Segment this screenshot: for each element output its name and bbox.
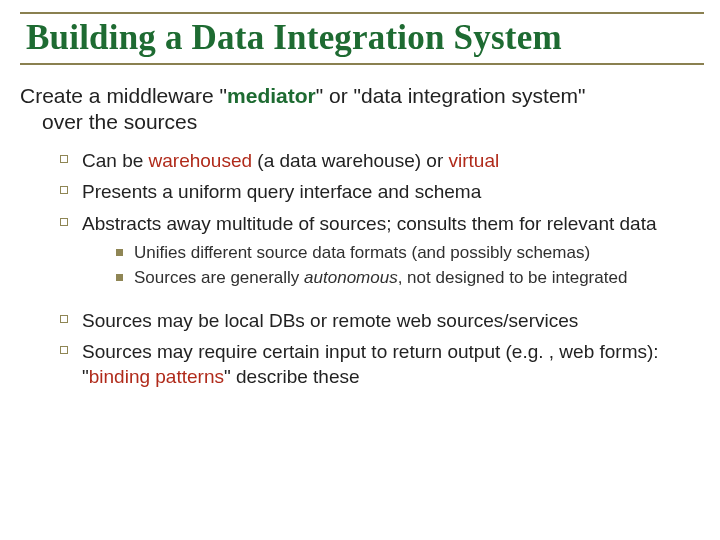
b1-warehoused: warehoused <box>149 150 253 171</box>
intro-line-2: over the sources <box>20 109 704 135</box>
b5-part-2: " describe these <box>224 366 360 387</box>
intro-text: Create a middleware "mediator" or "data … <box>20 83 704 134</box>
title-container: Building a Data Integration System <box>20 12 704 65</box>
slide: { "title": "Building a Data Integration … <box>0 0 720 540</box>
list-item: Sources are generally autonomous, not de… <box>116 267 704 289</box>
b1-part-1: Can be <box>82 150 149 171</box>
b1-virtual: virtual <box>449 150 500 171</box>
list-item: Can be warehoused (a data warehouse) or … <box>60 148 704 173</box>
sub-bullet-list: Unifies different source data formats (a… <box>82 242 704 290</box>
slide-title: Building a Data Integration System <box>26 18 704 57</box>
spacer <box>60 300 704 308</box>
list-item: Sources may require certain input to ret… <box>60 339 704 389</box>
b5-binding: binding patterns <box>89 366 224 387</box>
b4-text: Sources may be local DBs or remote web s… <box>82 310 578 331</box>
intro-part-2: " or "data integration system" <box>316 84 586 107</box>
list-item: Abstracts away multitude of sources; con… <box>60 211 704 290</box>
b1-part-2: (a data warehouse) or <box>252 150 448 171</box>
sub1-text: Unifies different source data formats (a… <box>134 243 590 262</box>
list-item: Unifies different source data formats (a… <box>116 242 704 264</box>
b3-text: Abstracts away multitude of sources; con… <box>82 213 657 234</box>
sub2-part-1: Sources are generally <box>134 268 304 287</box>
intro-part-1: Create a middleware " <box>20 84 227 107</box>
list-item: Sources may be local DBs or remote web s… <box>60 308 704 333</box>
sub2-part-2: , not designed to be integrated <box>398 268 628 287</box>
sub2-autonomous: autonomous <box>304 268 398 287</box>
intro-mediator: mediator <box>227 84 316 107</box>
b2-text: Presents a uniform query interface and s… <box>82 181 481 202</box>
list-item: Presents a uniform query interface and s… <box>60 179 704 204</box>
bullet-list: Can be warehoused (a data warehouse) or … <box>20 148 704 388</box>
